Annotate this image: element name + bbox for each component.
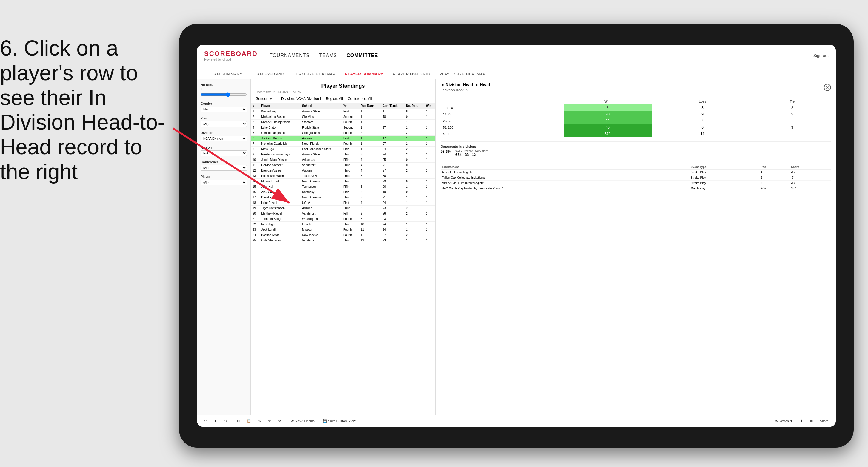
table-row[interactable]: 13 Phichaksn Maichon Texas A&M Third 6 3…	[251, 174, 435, 179]
player-select[interactable]: (All)	[200, 180, 247, 185]
sign-out-link[interactable]: Sign out	[813, 53, 829, 58]
division-label: Division	[200, 131, 247, 134]
cell-rds: 2	[404, 206, 424, 211]
table-row[interactable]: 14 Maxwell Ford North Carolina Third 5 2…	[251, 179, 435, 184]
cell-rds: 1	[404, 195, 424, 200]
close-h2h-button[interactable]: ✕	[824, 84, 831, 91]
table-row[interactable]: 2 Michael La Sasso Ole Miss Second 1 18 …	[251, 114, 435, 120]
cell-rds: 0	[404, 179, 424, 184]
cell-reg: 1	[359, 125, 381, 130]
year-select[interactable]: (All)	[200, 121, 247, 127]
nav-tournaments[interactable]: TOURNAMENTS	[270, 52, 310, 59]
table-row[interactable]: 1 Wenyi Ding Arizona State First 1 1 8 1	[251, 109, 435, 114]
conference-select[interactable]: (All)	[200, 165, 247, 171]
cell-rds: 0	[404, 157, 424, 163]
filter-group-no-rds: No Rds. 6	[200, 83, 247, 98]
cell-school: Texas A&M	[300, 174, 341, 179]
table-row[interactable]: 7 Nicholas Gabrielick North Florida Four…	[251, 141, 435, 147]
filter-group-year: Year (All)	[200, 116, 247, 127]
sub-nav-team-h2h-grid[interactable]: TEAM H2H GRID	[247, 69, 289, 80]
sub-nav-team-summary[interactable]: TEAM SUMMARY	[204, 69, 247, 80]
table-row[interactable]: 5 Christo Lamprecht Georgia Tech Fourth …	[251, 130, 435, 136]
cell-num: 21	[251, 216, 259, 222]
tour-col-score: Score	[790, 164, 831, 170]
table-row[interactable]: 10 Jacob Marc Olesen Arkansas Fifth 4 25…	[251, 157, 435, 163]
table-row[interactable]: 20 Matthew Riedel Vanderbilt Fifth 9 26 …	[251, 211, 435, 216]
cell-conf: 18	[381, 114, 404, 120]
table-row[interactable]: 6 Jackson Koivun Auburn First 1 17 1 1	[251, 136, 435, 141]
table-row[interactable]: 9 Preston Summerhays Arizona State Third…	[251, 152, 435, 157]
update-time: Update time: 27/03/2024 16:56:26	[255, 90, 431, 94]
cell-school: Arizona State	[300, 152, 341, 157]
table-row[interactable]: 16 Alex Goff Kentucky Fifth 8 19 0 1	[251, 189, 435, 195]
cell-rds: 2	[404, 141, 424, 147]
tournament-row: Fallen Oak Collegiate Invitational Strok…	[440, 175, 831, 181]
table-row[interactable]: 22 Ian Gilligan Florida Third 10 24 1 1	[251, 222, 435, 227]
grid-button[interactable]: ⊞	[808, 418, 815, 424]
filter-group-conference: Conference (All)	[200, 160, 247, 171]
cell-yr: Third	[341, 179, 359, 184]
table-row[interactable]: 21 Taehoon Song Washington Fourth 6 23 1…	[251, 216, 435, 222]
cell-reg: 12	[359, 238, 381, 243]
watch-button[interactable]: 👁 Watch ▼	[773, 418, 796, 424]
sub-nav-team-h2h-heatmap[interactable]: TEAM H2H HEATMAP	[289, 69, 340, 80]
table-row[interactable]: 8 Mats Ege East Tennessee State Fifth 1 …	[251, 147, 435, 152]
cell-school: Vanderbilt	[300, 238, 341, 243]
cell-yr: First	[341, 200, 359, 206]
tour-col-pos: Pos	[760, 164, 790, 170]
save-custom-view[interactable]: 💾 Save Custom View	[320, 418, 358, 424]
table-row[interactable]: 17 David Ford North Carolina Third 5 21 …	[251, 195, 435, 200]
division-select[interactable]: NCAA Division I	[200, 136, 247, 142]
nav-teams[interactable]: TEAMS	[319, 52, 337, 59]
cell-yr: Third	[341, 206, 359, 211]
nav-committee[interactable]: COMMITTEE	[346, 52, 378, 59]
cell-reg: 1	[359, 147, 381, 152]
tablet-device: SCOREBOARD Powered by clippd TOURNAMENTS…	[179, 24, 854, 447]
copy-button[interactable]: ⊞	[235, 418, 242, 424]
sub-nav-player-h2h-grid[interactable]: PLAYER H2H GRID	[388, 69, 435, 80]
cell-win: 1	[424, 206, 435, 211]
no-rds-slider[interactable]	[200, 92, 247, 97]
table-row[interactable]: 11 Gordon Sargent Vanderbilt Third 4 21 …	[251, 163, 435, 168]
pause-button[interactable]: ⏸	[212, 418, 220, 424]
cell-rds: 1	[404, 216, 424, 222]
share-button[interactable]: Share	[817, 418, 831, 424]
region-select[interactable]: N/A	[200, 150, 247, 156]
h2h-tie: 3	[753, 124, 831, 131]
table-row[interactable]: 3 Michael Thorbjornsen Stanford Fourth 1…	[251, 120, 435, 125]
table-row[interactable]: 15 Jake Hall Tennessee Fifth 6 26 1 1	[251, 184, 435, 189]
table-row[interactable]: 19 Tiger Christensen Arizona Third 8 23 …	[251, 206, 435, 211]
table-row[interactable]: 25 Cole Sherwood Vanderbilt Third 12 23 …	[251, 238, 435, 243]
col-conf: Conf Rank	[381, 103, 404, 109]
redo-button[interactable]: ↪	[222, 418, 229, 424]
table-row[interactable]: 23 Jack Lundin Missouri Fourth 11 24 1 1	[251, 227, 435, 232]
cell-rds: 1	[404, 200, 424, 206]
sub-nav-player-summary[interactable]: PLAYER SUMMARY	[340, 69, 388, 80]
filter-conference: Conference: All	[348, 97, 372, 101]
sub-nav: TEAM SUMMARY TEAM H2H GRID TEAM H2H HEAT…	[197, 66, 836, 80]
undo-button[interactable]: ↩	[202, 418, 209, 424]
wlt-label: W-L-T record in-division:	[456, 150, 488, 153]
cell-rds: 1	[404, 136, 424, 141]
format-button[interactable]: ✎	[256, 418, 263, 424]
tour-name: Fallen Oak Collegiate Invitational	[440, 175, 689, 181]
export-button[interactable]: ⬆	[798, 418, 805, 424]
table-row[interactable]: 4 Luke Claton Florida State Second 1 27 …	[251, 125, 435, 130]
table-row[interactable]: 12 Brendan Valles Auburn Third 4 27 2 1	[251, 168, 435, 174]
h2h-col-win: Win	[563, 98, 652, 104]
settings-button[interactable]: ⚙	[266, 418, 273, 424]
gender-select[interactable]: Men	[200, 106, 247, 112]
tour-type: Stroke Play	[689, 181, 760, 186]
cell-num: 3	[251, 120, 259, 125]
filter-gender: Gender: Men	[255, 97, 276, 101]
view-original[interactable]: 👁 View: Original	[288, 418, 318, 424]
table-row[interactable]: 24 Bastien Amat New Mexico Fourth 1 27 2…	[251, 232, 435, 238]
sub-nav-player-h2h-heatmap[interactable]: PLAYER H2H HEATMAP	[435, 69, 490, 80]
refresh-button[interactable]: ↻	[276, 418, 283, 424]
table-row[interactable]: 18 Luke Powell UCLA First 4 24 1 1	[251, 200, 435, 206]
cell-rds: 0	[404, 189, 424, 195]
cell-num: 19	[251, 206, 259, 211]
clipboard-button[interactable]: 📋	[244, 418, 253, 424]
cell-player: Taehoon Song	[259, 216, 300, 222]
cell-yr: Third	[341, 152, 359, 157]
